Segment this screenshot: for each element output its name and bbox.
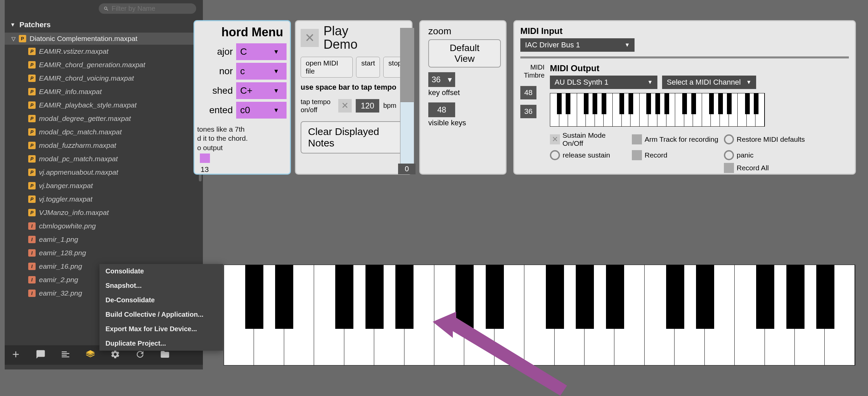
black-key[interactable] xyxy=(628,93,633,114)
context-menu-item[interactable]: De-Consolidate xyxy=(99,293,223,307)
file-row[interactable]: Icbmlogowhite.png xyxy=(5,219,203,233)
file-row[interactable]: PVJManzo_info.maxpat xyxy=(5,206,203,219)
file-name: vj.toggler.maxpat xyxy=(39,195,92,203)
file-name: VJManzo_info.maxpat xyxy=(39,209,109,217)
black-key[interactable] xyxy=(395,265,413,329)
file-row[interactable]: Pvj.appmenuabout.maxpat xyxy=(5,165,203,179)
filter-search[interactable] xyxy=(99,3,196,14)
context-menu-item[interactable]: Build Collective / Application... xyxy=(99,307,223,322)
context-menu-item[interactable]: Consolidate xyxy=(99,264,223,278)
chord-root-select[interactable]: C+▼ xyxy=(236,82,286,99)
patchers-section-header[interactable]: ▼ Patchers xyxy=(5,17,203,33)
black-key[interactable] xyxy=(655,93,660,114)
file-row[interactable]: Pvj.banger.maxpat xyxy=(5,179,203,192)
black-key[interactable] xyxy=(816,265,834,329)
zoom-slider-track[interactable] xyxy=(400,28,414,169)
filter-input[interactable] xyxy=(112,5,191,12)
release-sustain-button[interactable] xyxy=(550,150,560,160)
black-key[interactable] xyxy=(709,93,714,114)
black-key[interactable] xyxy=(786,265,805,329)
black-key[interactable] xyxy=(666,265,684,329)
file-row[interactable]: Pmodal_pc_match.maxpat xyxy=(5,152,203,165)
note-select[interactable] xyxy=(200,153,210,163)
record-toggle[interactable] xyxy=(632,150,642,160)
midi-input-select[interactable]: IAC Driver Bus 1▼ xyxy=(520,38,634,52)
file-row[interactable]: Ieamir_128.png xyxy=(5,246,203,260)
zoom-zero-box[interactable]: 0 xyxy=(398,163,415,174)
root-project-row[interactable]: ▽ P Diatonic Complementation.maxpat xyxy=(5,33,203,45)
gear-icon[interactable] xyxy=(110,349,120,361)
black-key[interactable] xyxy=(745,93,750,114)
disclosure-triangle-icon: ▼ xyxy=(10,22,16,28)
midi-output-select[interactable]: AU DLS Synth 1▼ xyxy=(550,75,657,89)
context-menu-item[interactable]: Duplicate Project... xyxy=(99,336,223,351)
file-row[interactable]: PEAMIR_playback_style.maxpat xyxy=(5,98,203,112)
list-icon[interactable] xyxy=(60,349,70,361)
open-midi-file-button[interactable]: open MIDI file xyxy=(301,57,353,78)
close-x-toggle[interactable]: ✕ xyxy=(301,29,319,47)
file-row[interactable]: Pvj.toggler.maxpat xyxy=(5,192,203,206)
chord-root-select[interactable]: c▼ xyxy=(236,63,286,80)
panic-button[interactable] xyxy=(724,150,734,160)
folder-icon[interactable] xyxy=(160,349,170,361)
file-name: vj.banger.maxpat xyxy=(39,182,93,190)
layers-icon[interactable] xyxy=(85,349,95,361)
chord-root-select[interactable]: C▼ xyxy=(236,43,286,60)
black-key[interactable] xyxy=(718,93,723,114)
midi-timbre-36[interactable]: 36 xyxy=(520,105,536,118)
default-view-button[interactable]: Default View xyxy=(428,39,501,67)
black-key[interactable] xyxy=(696,265,714,329)
context-menu-item[interactable]: Snapshot... xyxy=(99,278,223,293)
black-key[interactable] xyxy=(584,93,589,114)
black-key[interactable] xyxy=(335,265,353,329)
black-key[interactable] xyxy=(682,93,687,114)
black-key[interactable] xyxy=(727,93,732,114)
midi-channel-select[interactable]: Select a MIDI Channel▼ xyxy=(662,75,756,89)
tap-tempo-toggle[interactable]: ✕ xyxy=(338,99,352,113)
context-menu-item[interactable]: Export Max for Live Device... xyxy=(99,322,223,336)
file-row[interactable]: Pmodal_dpc_match.maxpat xyxy=(5,125,203,139)
black-key[interactable] xyxy=(754,93,758,114)
bpm-value[interactable]: 120 xyxy=(356,99,379,113)
black-key[interactable] xyxy=(245,265,264,329)
black-key[interactable] xyxy=(593,93,597,114)
file-row[interactable]: PEAMIR_chord_voicing.maxpat xyxy=(5,71,203,85)
black-key[interactable] xyxy=(557,93,562,114)
restore-defaults-button[interactable] xyxy=(724,134,734,145)
patcher-badge-icon: P xyxy=(28,74,36,82)
black-key[interactable] xyxy=(646,93,651,114)
start-button[interactable]: start xyxy=(356,57,380,78)
comment-icon[interactable] xyxy=(36,349,46,361)
key-offset-select[interactable]: 36▾ xyxy=(428,72,455,87)
chord-root-select[interactable]: c0▼ xyxy=(236,102,286,119)
black-key[interactable] xyxy=(366,265,383,329)
arm-track-toggle[interactable] xyxy=(632,134,642,145)
file-row[interactable]: Pmodal_fuzzharm.maxpat xyxy=(5,139,203,152)
file-row[interactable]: Pmodal_degree_getter.maxpat xyxy=(5,112,203,125)
refresh-icon[interactable] xyxy=(135,349,145,361)
black-key[interactable] xyxy=(606,265,624,329)
file-row[interactable]: PEAMIR.vstizer.maxpat xyxy=(5,45,203,58)
black-key[interactable] xyxy=(691,93,696,114)
mini-keyboard[interactable] xyxy=(550,93,765,127)
file-row[interactable]: Ieamir_1.png xyxy=(5,233,203,246)
file-name: eamir_16.png xyxy=(39,262,82,270)
black-key[interactable] xyxy=(566,93,570,114)
visible-keys-value[interactable]: 48 xyxy=(428,102,455,117)
black-key[interactable] xyxy=(576,265,594,329)
chord-note-text: o output xyxy=(197,143,285,152)
file-row[interactable]: PEAMIR_chord_generation.maxpat xyxy=(5,58,203,71)
file-row[interactable]: PEAMIR_info.maxpat xyxy=(5,85,203,98)
chord-type-label: shed xyxy=(212,85,233,96)
add-icon[interactable] xyxy=(11,349,21,361)
record-all-toggle[interactable] xyxy=(724,163,734,173)
black-key[interactable] xyxy=(756,265,774,329)
sustain-mode-toggle[interactable]: ✕ xyxy=(550,134,560,145)
project-context-menu: ConsolidateSnapshot...De-ConsolidateBuil… xyxy=(99,264,223,351)
black-key[interactable] xyxy=(601,93,606,114)
black-key[interactable] xyxy=(664,93,669,114)
black-key[interactable] xyxy=(275,265,293,329)
black-key[interactable] xyxy=(619,93,624,114)
midi-timbre-48[interactable]: 48 xyxy=(520,86,536,99)
clear-notes-button[interactable]: Clear Displayed Notes xyxy=(301,121,407,153)
